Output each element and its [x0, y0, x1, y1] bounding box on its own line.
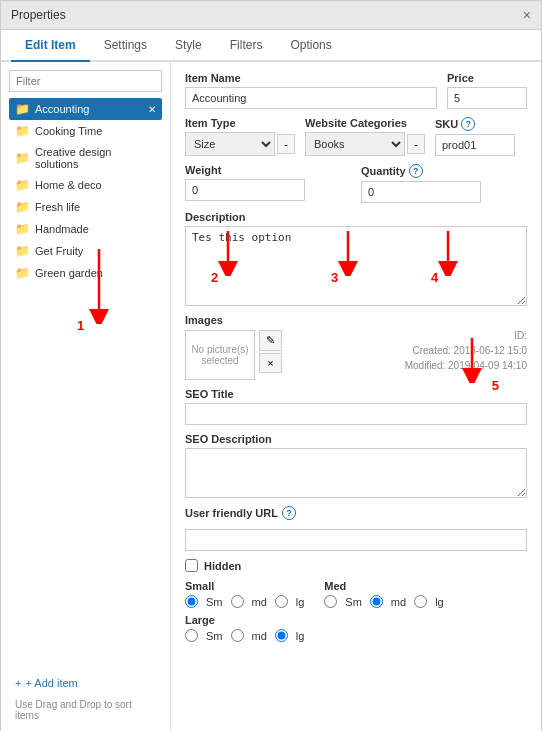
price-group: Price — [447, 72, 527, 109]
arrow-label-2: 2 — [211, 270, 218, 285]
tab-filters[interactable]: Filters — [216, 30, 277, 60]
image-controls: ✎ × — [259, 330, 282, 373]
large-sm-radio[interactable] — [185, 629, 198, 642]
seo-title-input[interactable] — [185, 403, 527, 425]
tab-options[interactable]: Options — [276, 30, 345, 60]
window-title-bar: Properties × — [1, 1, 541, 30]
small-lg-radio[interactable] — [275, 595, 288, 608]
images-label: Images — [185, 314, 527, 326]
seo-description-label: SEO Description — [185, 433, 527, 445]
seo-description-textarea[interactable] — [185, 448, 527, 498]
large-md-radio[interactable] — [231, 629, 244, 642]
remove-icon[interactable]: ✕ — [148, 104, 156, 115]
content-area: 📁 Accounting ✕ 📁 Cooking Time 📁 Creative… — [1, 62, 541, 731]
folder-icon: 📁 — [15, 244, 30, 258]
large-radio-row: Sm md lg — [185, 629, 304, 642]
folder-icon: 📁 — [15, 178, 30, 192]
website-categories-expand-btn[interactable]: - — [407, 134, 425, 154]
item-type-expand-btn[interactable]: - — [277, 134, 295, 154]
tab-style[interactable]: Style — [161, 30, 216, 60]
url-help-icon[interactable]: ? — [282, 506, 296, 520]
med-sm-radio[interactable] — [324, 595, 337, 608]
folder-icon: 📁 — [15, 102, 30, 116]
seo-title-label: SEO Title — [185, 388, 527, 400]
small-md-label: md — [252, 596, 267, 608]
image-delete-button[interactable]: × — [259, 353, 282, 373]
item-name-group: Item Name — [185, 72, 437, 109]
add-item-button[interactable]: + + Add item — [9, 671, 162, 695]
image-edit-button[interactable]: ✎ — [259, 330, 282, 351]
med-md-radio[interactable] — [370, 595, 383, 608]
window-title: Properties — [11, 8, 66, 22]
folder-icon: 📁 — [15, 222, 30, 236]
small-label: Small — [185, 580, 304, 592]
med-lg-radio[interactable] — [414, 595, 427, 608]
med-group: Med Sm md lg — [324, 580, 443, 608]
item-name-label: Item Name — [185, 72, 437, 84]
url-input[interactable] — [185, 529, 527, 551]
sidebar-item-home-deco[interactable]: 📁 Home & deco — [9, 174, 162, 196]
image-placeholder: No picture(s) selected — [186, 344, 254, 366]
sidebar-item-handmade[interactable]: 📁 Handmade — [9, 218, 162, 240]
sidebar-item-accounting[interactable]: 📁 Accounting ✕ — [9, 98, 162, 120]
quantity-input[interactable] — [361, 181, 481, 203]
sku-input[interactable] — [435, 134, 515, 156]
sku-group: SKU ? — [435, 117, 515, 156]
name-price-row: Item Name Price — [185, 72, 527, 109]
quantity-help-icon[interactable]: ? — [409, 164, 423, 178]
quantity-group: Quantity ? — [361, 164, 527, 203]
folder-icon: 📁 — [15, 151, 30, 165]
small-med-row: Small Sm md lg Med Sm — [185, 580, 527, 608]
item-name-input[interactable] — [185, 87, 437, 109]
weight-input[interactable] — [185, 179, 305, 201]
arrow-label-4: 4 — [431, 270, 438, 285]
main-panel: Item Name Price Item Type Size - — [171, 62, 541, 731]
sidebar-item-cooking-time[interactable]: 📁 Cooking Time — [9, 120, 162, 142]
arrow-4-svg — [433, 226, 463, 276]
website-categories-select[interactable]: Books — [305, 132, 405, 156]
med-lg-label: lg — [435, 596, 444, 608]
price-label: Price — [447, 72, 527, 84]
url-label: User friendly URL — [185, 507, 278, 519]
drag-hint: Use Drag and Drop to sort items — [9, 695, 162, 725]
website-categories-group: Website Categories Books - — [305, 117, 425, 156]
small-md-radio[interactable] — [231, 595, 244, 608]
small-sm-radio[interactable] — [185, 595, 198, 608]
folder-icon: 📁 — [15, 124, 30, 138]
sidebar-item-label: Creative design solutions — [35, 146, 156, 170]
hidden-row: Hidden — [185, 559, 527, 572]
close-button[interactable]: × — [523, 7, 531, 23]
large-md-label: md — [252, 630, 267, 642]
hidden-checkbox[interactable] — [185, 559, 198, 572]
sidebar-item-creative[interactable]: 📁 Creative design solutions — [9, 142, 162, 174]
large-lg-radio[interactable] — [275, 629, 288, 642]
small-radio-row: Sm md lg — [185, 595, 304, 608]
filter-input[interactable] — [9, 70, 162, 92]
website-categories-label: Website Categories — [305, 117, 425, 129]
folder-icon: 📁 — [15, 266, 30, 280]
type-cat-sku-row: Item Type Size - Website Categories Book… — [185, 117, 527, 156]
sidebar-item-label: Accounting — [35, 103, 89, 115]
item-type-select[interactable]: Size — [185, 132, 275, 156]
sku-help-icon[interactable]: ? — [461, 117, 475, 131]
weight-label: Weight — [185, 164, 351, 176]
item-type-group: Item Type Size - — [185, 117, 295, 156]
large-row: Large Sm md lg — [185, 614, 527, 642]
image-box: No picture(s) selected — [185, 330, 255, 380]
arrow-label-5: 5 — [492, 378, 499, 393]
arrow-label-1: 1 — [77, 318, 84, 333]
tab-edit-item[interactable]: Edit Item — [11, 30, 90, 62]
sidebar-item-label: Home & deco — [35, 179, 102, 191]
tab-settings[interactable]: Settings — [90, 30, 161, 60]
quantity-label: Quantity — [361, 165, 406, 177]
sidebar-item-label: Cooking Time — [35, 125, 102, 137]
large-lg-label: lg — [296, 630, 305, 642]
sidebar-item-fresh-life[interactable]: 📁 Fresh life — [9, 196, 162, 218]
arrow-label-3: 3 — [331, 270, 338, 285]
med-label: Med — [324, 580, 443, 592]
arrow-5-svg — [457, 333, 487, 383]
med-sm-label: Sm — [345, 596, 362, 608]
hidden-label: Hidden — [204, 560, 241, 572]
small-lg-label: lg — [296, 596, 305, 608]
price-input[interactable] — [447, 87, 527, 109]
